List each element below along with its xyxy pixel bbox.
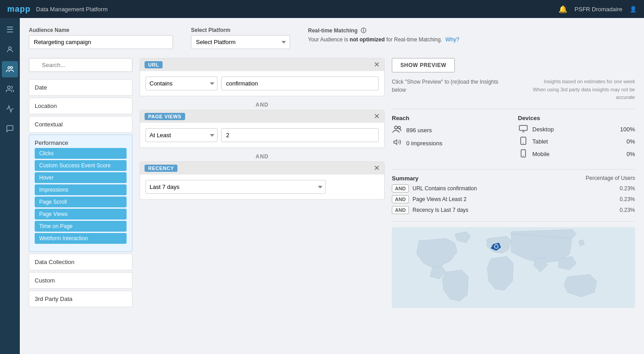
svg-point-5 <box>398 126 400 128</box>
recency-operator-select[interactable]: Last 7 days Last 14 days Last 30 days La… <box>145 180 326 194</box>
devices-section: Devices Desktop 100% <box>518 115 635 162</box>
search-input[interactable] <box>29 58 132 72</box>
audience-name-label: Audience Name <box>29 27 173 33</box>
info-icon: ⓘ <box>361 27 366 34</box>
condition-url-close[interactable]: ✕ <box>374 61 380 68</box>
topnav-left: mapp Data Management Platform <box>7 4 108 14</box>
url-value-input[interactable] <box>221 76 379 90</box>
sub-impressions[interactable]: Impressions <box>35 184 127 195</box>
condition-recency-tag: RECENCY <box>145 165 177 172</box>
reach-title: Reach <box>392 115 509 121</box>
body-section: 🔍 Date Location Contextual Performance C… <box>29 58 635 309</box>
condition-recency-close[interactable]: ✕ <box>374 165 380 172</box>
desktop-pct: 100% <box>620 126 635 133</box>
sidenav-analytics[interactable] <box>2 101 18 117</box>
condition-url-header: URL ✕ <box>140 58 384 71</box>
show-preview-button[interactable]: SHOW PREVIEW <box>392 58 455 72</box>
url-operator-select[interactable]: Contains Does Not Contain Starts With En… <box>145 76 218 90</box>
svg-point-15 <box>494 245 498 248</box>
category-3rd-party[interactable]: 3rd Party Data <box>29 291 132 307</box>
svg-point-2 <box>11 67 13 69</box>
condition-pageviews-header: PAGE VIEWS ✕ <box>140 110 384 123</box>
condition-url: URL ✕ Contains Does Not Contain Starts W… <box>140 58 385 96</box>
sidenav: ☰ <box>0 18 20 354</box>
pageviews-value-input[interactable] <box>221 128 379 142</box>
device-tablet: Tablet 0% <box>518 137 635 147</box>
category-custom[interactable]: Custom <box>29 272 132 289</box>
category-performance[interactable]: Performance Clicks Custom Success Event … <box>29 134 132 252</box>
summary-row-3: AND Recency Is Last 7 days 0.23% <box>392 206 635 214</box>
summary-header: Summary Percentage of Users <box>392 175 635 182</box>
platform-label: Select Platform <box>191 27 290 33</box>
pageviews-operator-select[interactable]: At Least At Most Exactly Between <box>145 128 218 142</box>
condition-recency-body: Last 7 days Last 14 days Last 30 days La… <box>140 175 384 199</box>
reach-devices-row: Reach 896 users <box>392 115 635 162</box>
tablet-icon <box>518 137 529 147</box>
sidenav-messages[interactable] <box>2 121 18 137</box>
condition-recency: RECENCY ✕ Last 7 days Last 14 days Last … <box>140 161 385 200</box>
impressions-row: 0 impressions <box>392 138 509 148</box>
summary-section: Summary Percentage of Users AND URL Cont… <box>392 175 635 214</box>
divider-3 <box>392 221 635 222</box>
svg-point-4 <box>395 126 397 129</box>
why-link[interactable]: Why? <box>445 36 459 43</box>
summary-pct-header: Percentage of Users <box>586 175 635 182</box>
svg-point-1 <box>8 67 10 69</box>
condition-pageviews: PAGE VIEWS ✕ At Least At Most Exactly Be… <box>140 110 385 148</box>
map-container <box>392 227 635 308</box>
category-contextual[interactable]: Contextual <box>29 116 132 133</box>
performance-sub-items: Clicks Custom Success Event Score Hover … <box>35 146 127 247</box>
and-badge-2: AND <box>392 195 409 203</box>
users-icon <box>392 125 403 135</box>
realtime-group: Real-time Matching ⓘ Your Audience is no… <box>308 27 635 43</box>
sidenav-menu[interactable]: ☰ <box>2 22 18 38</box>
desktop-label: Desktop <box>532 126 617 133</box>
app-logo: mapp <box>7 4 31 14</box>
category-location[interactable]: Location <box>29 98 132 114</box>
mobile-icon <box>518 149 529 159</box>
desktop-icon <box>518 125 529 134</box>
audience-name-input[interactable] <box>29 35 173 49</box>
sidenav-audiences[interactable] <box>2 61 18 77</box>
summary-row-1: AND URL Contains confirmation 0.23% <box>392 184 635 193</box>
svg-marker-6 <box>394 140 397 145</box>
summary-pct-3: 0.23% <box>620 207 635 213</box>
condition-url-body: Contains Does Not Contain Starts With En… <box>140 71 384 96</box>
mobile-label: Mobile <box>532 151 623 157</box>
tablet-pct: 0% <box>626 138 635 145</box>
tablet-label: Tablet <box>532 138 623 145</box>
right-panel: SHOW PREVIEW Click "Show Preview" to (re… <box>392 58 635 309</box>
summary-pct-2: 0.23% <box>620 196 635 202</box>
header-row: Audience Name Select Platform Select Pla… <box>29 27 635 49</box>
sidenav-segments[interactable] <box>2 81 18 97</box>
svg-point-0 <box>9 47 11 49</box>
platform-group: Select Platform Select Platform Facebook… <box>191 27 290 49</box>
realtime-label: Real-time Matching ⓘ <box>308 27 635 35</box>
impressions-value: 0 impressions <box>406 140 509 147</box>
svg-point-3 <box>8 86 10 89</box>
sub-hover[interactable]: Hover <box>35 172 127 183</box>
sidenav-profile[interactable] <box>2 41 18 58</box>
sub-page-scroll[interactable]: Page Scroll <box>35 197 127 207</box>
notification-icon[interactable]: 🔔 <box>558 5 567 13</box>
platform-select[interactable]: Select Platform Facebook Google Twitter <box>191 35 290 49</box>
sub-page-views[interactable]: Page Views <box>35 209 127 220</box>
sub-clicks[interactable]: Clicks <box>35 148 127 159</box>
condition-pageviews-tag: PAGE VIEWS <box>145 113 185 120</box>
users-value: 896 users <box>406 127 509 134</box>
summary-text-2: Page Views At Least 2 <box>413 196 616 202</box>
sub-custom-success[interactable]: Custom Success Event Score <box>35 160 127 171</box>
username: PSFR Dromadaire <box>575 6 622 13</box>
summary-text-3: Recency Is Last 7 days <box>413 207 616 213</box>
condition-pageviews-close[interactable]: ✕ <box>374 113 380 120</box>
insights-row: Click "Show Preview" to (re)load the Ins… <box>392 78 635 102</box>
category-date[interactable]: Date <box>29 79 132 96</box>
category-data-collection[interactable]: Data Collection <box>29 254 132 270</box>
layout: ☰ <box>0 18 644 354</box>
condition-pageviews-body: At Least At Most Exactly Between <box>140 123 384 148</box>
condition-recency-header: RECENCY ✕ <box>140 162 384 175</box>
device-desktop: Desktop 100% <box>518 125 635 134</box>
sub-time-on-page[interactable]: Time on Page <box>35 221 127 232</box>
sub-webform[interactable]: Webform Interaction <box>35 233 127 244</box>
and-divider-1: AND <box>140 100 385 110</box>
